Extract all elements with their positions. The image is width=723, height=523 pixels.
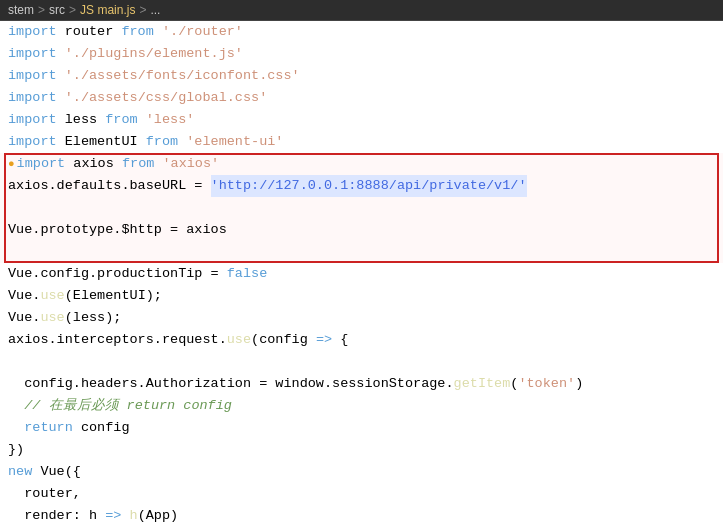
breadcrumb-sep-1: >	[38, 3, 45, 17]
code-line-5: import less from 'less'	[0, 109, 723, 131]
breadcrumb-part-3: JS main.js	[80, 3, 135, 17]
code-line-8: axios.defaults.baseURL = 'http://127.0.0…	[0, 175, 723, 197]
code-line-2: import './plugins/element.js'	[0, 43, 723, 65]
code-line-19: return config	[0, 417, 723, 439]
kw-import-1: import	[8, 21, 57, 43]
code-line-20: })	[0, 439, 723, 461]
code-line-10: Vue.prototype.$http = axios	[0, 219, 723, 241]
breadcrumb-sep-2: >	[69, 3, 76, 17]
breadcrumb-part-2: src	[49, 3, 65, 17]
code-line-14: Vue.use(less);	[0, 307, 723, 329]
highlighted-block: ●import axios from 'axios' axios.default…	[0, 153, 723, 263]
yellow-dot-icon: ●	[8, 153, 15, 175]
code-line-6: import ElementUI from 'element-ui'	[0, 131, 723, 153]
code-line-9	[0, 197, 723, 219]
code-line-23: render: h => h(App)	[0, 505, 723, 523]
editor-container: stem > src > JS main.js > ... import rou…	[0, 0, 723, 523]
code-area: import router from './router' import './…	[0, 21, 723, 523]
code-line-12: Vue.config.productionTip = false	[0, 263, 723, 285]
code-line-13: Vue.use(ElementUI);	[0, 285, 723, 307]
code-line-18: // 在最后必须 return config	[0, 395, 723, 417]
breadcrumb: stem > src > JS main.js > ...	[0, 0, 723, 21]
code-line-22: router,	[0, 483, 723, 505]
code-line-11	[0, 241, 723, 263]
code-line-17: config.headers.Authorization = window.se…	[0, 373, 723, 395]
breadcrumb-part-4: ...	[150, 3, 160, 17]
code-line-7: ●import axios from 'axios'	[0, 153, 723, 175]
code-line-15: axios.interceptors.request.use(config =>…	[0, 329, 723, 351]
code-line-1: import router from './router'	[0, 21, 723, 43]
code-line-4: import './assets/css/global.css'	[0, 87, 723, 109]
breadcrumb-sep-3: >	[139, 3, 146, 17]
code-line-21: new Vue({	[0, 461, 723, 483]
code-line-16	[0, 351, 723, 373]
breadcrumb-part-1: stem	[8, 3, 34, 17]
code-line-3: import './assets/fonts/iconfont.css'	[0, 65, 723, 87]
